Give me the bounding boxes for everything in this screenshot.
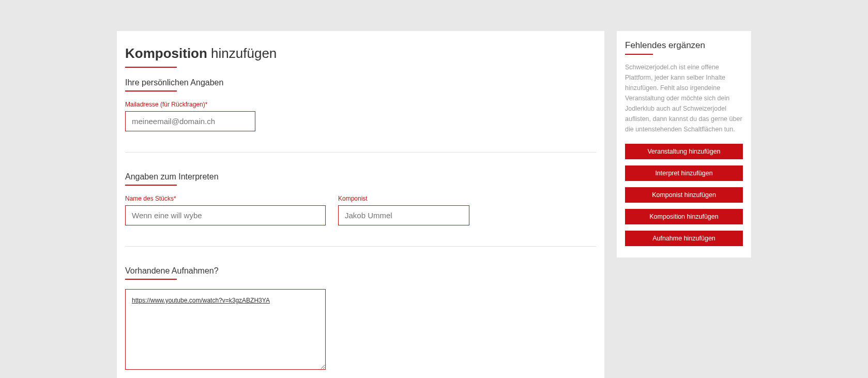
- page-title-bold: Komposition: [125, 46, 207, 61]
- piece-name-label: Name des Stücks*: [125, 195, 326, 202]
- divider: [125, 246, 596, 247]
- composer-field[interactable]: [338, 205, 469, 225]
- email-field[interactable]: [125, 111, 255, 131]
- add-recording-button[interactable]: Aufnahme hinzufügen: [625, 231, 743, 246]
- page-title: Komposition hinzufügen: [125, 46, 277, 68]
- recordings-textarea[interactable]: https://www.youtube.com/watch?v=k3gzABZH…: [125, 289, 326, 370]
- sidebar-description: Schweizerjodel.ch ist eine offene Plattf…: [625, 62, 743, 134]
- sidebar-heading: Fehlendes ergänzen: [625, 40, 705, 55]
- divider: [125, 152, 596, 153]
- add-composition-button[interactable]: Komposition hinzufügen: [625, 209, 743, 224]
- piece-name-field[interactable]: [125, 205, 326, 225]
- page-title-rest: hinzufügen: [207, 46, 277, 61]
- add-event-button[interactable]: Veranstaltung hinzufügen: [625, 144, 743, 159]
- composer-label: Komponist: [338, 195, 469, 202]
- section-recordings-heading: Vorhandene Aufnahmen?: [125, 266, 219, 280]
- section-interpret-heading: Angaben zum Interpreten: [125, 172, 219, 186]
- email-label: Mailadresse (für Rückfragen)*: [125, 101, 596, 108]
- sidebar-panel: Fehlendes ergänzen Schweizerjodel.ch ist…: [617, 31, 751, 258]
- add-interpret-button[interactable]: Interpret hinzufügen: [625, 165, 743, 181]
- add-composer-button[interactable]: Komponist hinzufügen: [625, 187, 743, 203]
- main-form-panel: Komposition hinzufügen Ihre persönlichen…: [117, 31, 604, 378]
- section-personal-heading: Ihre persönlichen Angaben: [125, 78, 223, 92]
